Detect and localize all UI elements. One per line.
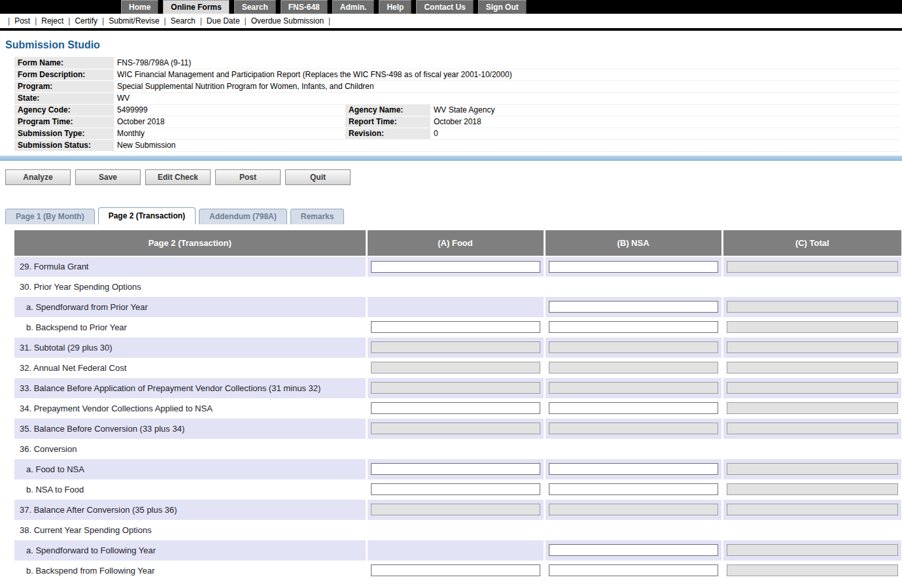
cell-food — [366, 561, 544, 581]
food-input[interactable] — [371, 463, 540, 475]
info-row: Agency Code:5499999Agency Name:WV State … — [14, 104, 901, 116]
total-input — [727, 362, 899, 373]
total-input — [727, 504, 899, 515]
cell-nsa — [544, 358, 722, 378]
sub-nav-item-overdue-submission[interactable]: Overdue Submission — [251, 16, 324, 26]
row-label: 38. Current Year Spending Options — [14, 520, 366, 540]
food-input[interactable] — [371, 261, 540, 273]
sub-nav: |Post|Reject|Certify|Submit/Revise|Searc… — [0, 14, 902, 28]
top-nav-item-sign-out[interactable]: Sign Out — [478, 0, 527, 14]
cell-nsa — [544, 398, 722, 419]
post-button[interactable]: Post — [215, 169, 281, 185]
total-input — [727, 341, 899, 353]
nsa-input[interactable] — [549, 301, 718, 313]
grid-row: 38. Current Year Spending Options — [14, 520, 901, 540]
nsa-input[interactable] — [549, 564, 718, 576]
cell-food — [366, 479, 544, 500]
info-value: FNS-798/798A (9-11) — [114, 57, 901, 69]
row-label: b. Backspend to Prior Year — [14, 317, 366, 337]
cell-nsa — [544, 277, 722, 297]
total-input — [727, 423, 899, 434]
top-nav: HomeOnline FormsSearchFNS-648Admin.HelpC… — [0, 0, 902, 14]
tab-page-1-by-month[interactable]: Page 1 (By Month) — [5, 209, 95, 224]
nsa-input — [549, 341, 718, 353]
row-label: 30. Prior Year Spending Options — [14, 277, 366, 297]
nsa-input[interactable] — [549, 321, 718, 333]
info-value: October 2018 — [114, 116, 345, 128]
quit-button[interactable]: Quit — [285, 169, 351, 185]
top-nav-item-home[interactable]: Home — [121, 0, 158, 14]
cell-food — [366, 256, 544, 277]
cell-total — [722, 439, 901, 459]
info-label: Revision: — [345, 128, 430, 139]
row-label: a. Spendforward to Following Year — [14, 540, 366, 561]
info-table: Form Name:FNS-798/798A (9-11)Form Descri… — [14, 57, 901, 152]
tab-remarks[interactable]: Remarks — [290, 209, 345, 224]
grid-row: 29. Formula Grant — [14, 256, 901, 277]
food-input[interactable] — [371, 321, 540, 333]
cell-nsa — [544, 297, 722, 317]
grid-header-c-total: (C) Total — [722, 230, 901, 256]
top-nav-item-search[interactable]: Search — [234, 0, 276, 14]
blue-divider — [0, 156, 902, 161]
total-input — [727, 544, 899, 556]
cell-food — [366, 337, 544, 358]
food-input[interactable] — [371, 564, 540, 576]
sub-nav-item-submit-revise[interactable]: Submit/Revise — [109, 16, 159, 26]
top-nav-item-fns-648[interactable]: FNS-648 — [281, 0, 328, 14]
nsa-input[interactable] — [549, 402, 718, 414]
info-row: State:WV — [14, 92, 901, 104]
cell-total — [722, 398, 901, 419]
sub-nav-item-reject[interactable]: Reject — [41, 16, 63, 26]
cell-food — [366, 358, 544, 378]
food-input[interactable] — [371, 483, 540, 495]
separator: | — [245, 16, 247, 26]
info-label: Submission Status: — [14, 139, 114, 151]
food-input — [371, 341, 540, 353]
sub-nav-item-due-date[interactable]: Due Date — [207, 16, 240, 26]
nsa-input[interactable] — [549, 544, 718, 556]
tab-addendum-798a[interactable]: Addendum (798A) — [199, 209, 287, 224]
top-nav-item-contact-us[interactable]: Contact Us — [416, 0, 473, 14]
analyze-button[interactable]: Analyze — [5, 169, 71, 185]
info-value: WV State Agency — [430, 104, 901, 116]
total-input — [727, 301, 899, 313]
cell-nsa — [544, 439, 722, 459]
info-label: Form Description: — [14, 69, 114, 80]
cell-nsa — [544, 317, 722, 337]
cell-nsa — [544, 479, 722, 500]
row-label: 36. Conversion — [14, 439, 366, 459]
cell-nsa — [544, 256, 722, 277]
info-label: Submission Type: — [14, 128, 114, 139]
sub-nav-item-post[interactable]: Post — [14, 16, 30, 26]
nsa-input[interactable] — [549, 463, 718, 475]
cell-total — [722, 459, 901, 479]
total-input — [727, 483, 899, 495]
row-label: b. NSA to Food — [14, 479, 366, 500]
action-buttons: AnalyzeSaveEdit CheckPostQuit — [5, 169, 902, 185]
sub-nav-item-search[interactable]: Search — [171, 16, 196, 26]
grid-row: b. NSA to Food — [14, 479, 901, 500]
total-input — [727, 564, 899, 576]
cell-food — [366, 378, 544, 398]
tab-page-2-transaction[interactable]: Page 2 (Transaction) — [98, 207, 196, 224]
cell-nsa — [544, 459, 722, 479]
top-nav-item-help[interactable]: Help — [379, 0, 411, 14]
food-input — [371, 423, 540, 434]
food-input[interactable] — [371, 402, 540, 414]
nsa-input[interactable] — [549, 261, 718, 273]
nsa-input — [549, 382, 718, 394]
info-row: Program:Special Supplemental Nutrition P… — [14, 80, 901, 92]
save-button[interactable]: Save — [75, 169, 141, 185]
cell-total — [722, 337, 901, 358]
top-nav-item-online-forms[interactable]: Online Forms — [163, 0, 229, 14]
row-label: 29. Formula Grant — [14, 256, 366, 277]
sub-nav-item-certify[interactable]: Certify — [75, 16, 97, 26]
top-nav-item-admin[interactable]: Admin. — [332, 0, 375, 14]
tab-bar: Page 1 (By Month)Page 2 (Transaction)Add… — [5, 207, 902, 224]
cell-food — [366, 277, 544, 297]
separator: | — [35, 16, 37, 26]
edit-check-button[interactable]: Edit Check — [145, 169, 211, 185]
nsa-input[interactable] — [549, 483, 718, 495]
cell-nsa — [544, 520, 722, 540]
